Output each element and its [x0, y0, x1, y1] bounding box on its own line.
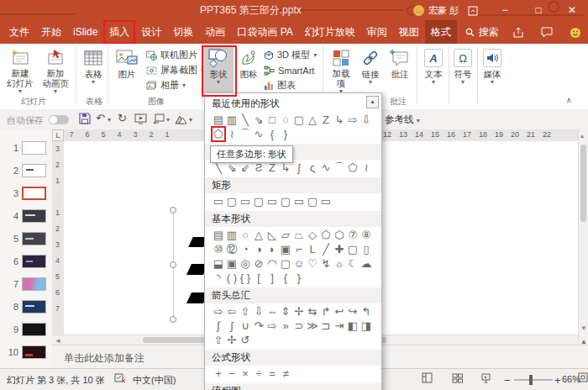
tab-stop-selector[interactable]: L [52, 129, 64, 141]
shape-cell[interactable]: ⑩ [212, 242, 225, 256]
slide-thumbnail[interactable] [22, 323, 46, 336]
shape-cell[interactable]: ◝ [212, 271, 225, 285]
shape-cell[interactable]: ◔ [239, 242, 252, 256]
slideshow-view-icon[interactable] [480, 372, 491, 383]
collapse-ribbon-icon[interactable]: ∧ [566, 96, 572, 104]
shape-cell[interactable]: ✢ [292, 304, 306, 319]
normal-view-icon[interactable] [422, 372, 433, 383]
shape-cell[interactable]: ⌒ [333, 161, 346, 175]
tab-transitions[interactable]: 切换 [167, 20, 199, 44]
tab-file[interactable]: 文件 [3, 20, 35, 44]
shape-cell[interactable]: ◎ [239, 256, 252, 271]
shape-cell[interactable]: ⬡ [333, 228, 346, 242]
slide-thumbnail[interactable] [22, 345, 46, 359]
shape-cell[interactable]: ⬠ [346, 161, 360, 175]
comment-button[interactable]: 批注 [385, 47, 415, 94]
shape-cell[interactable]: ◠ [265, 256, 279, 271]
shape-cell[interactable]: Z [319, 113, 333, 127]
shape-cell[interactable]: ( ) [225, 271, 239, 285]
shape-cell[interactable]: ▥ [225, 228, 239, 242]
comments-icon[interactable] [536, 20, 558, 44]
reuse-slides-icon[interactable] [153, 113, 165, 124]
shape-cell[interactable]: ≀ [225, 127, 239, 141]
3d-model-button[interactable]: 3D 模型 ▾ [264, 48, 317, 62]
minimize-button[interactable]: − [492, 0, 517, 20]
scroll-down-icon[interactable]: ▼ [580, 324, 587, 332]
shape-cell[interactable]: ↳ [333, 113, 346, 127]
shape-cell[interactable]: ⇨ [346, 113, 360, 127]
guides-button[interactable]: 参考线 ▾ [385, 113, 420, 126]
shape-cell[interactable]: ╲ [239, 113, 252, 127]
selection-handle[interactable] [170, 207, 176, 213]
shape-cell[interactable]: ▭ [239, 194, 252, 208]
slide-thumbnail-row[interactable]: 4 [0, 208, 52, 224]
shape-cell[interactable]: ⇘ [252, 113, 265, 127]
shape-cell[interactable]: L [306, 242, 319, 256]
shape-cell[interactable]: ⌒ [239, 127, 252, 141]
slide-thumbnail-row[interactable]: 5 [0, 230, 52, 247]
shape-cell[interactable]: ∪ [239, 319, 252, 333]
chart-button[interactable]: 图表 [264, 78, 296, 92]
shape-cell[interactable]: ⇆ [306, 304, 319, 319]
shape-cell[interactable]: × [239, 366, 252, 381]
selection-handle[interactable] [170, 316, 176, 323]
shape-cell[interactable]: ↱ [319, 304, 333, 319]
slide-thumbnail-row[interactable]: 8 [0, 298, 52, 315]
picture-button[interactable]: 图片 [111, 47, 143, 94]
tab-animations[interactable]: 动画 [199, 20, 231, 44]
slide-thumbnail-row[interactable]: 7 [0, 276, 52, 292]
shape-cell[interactable]: ◇ [306, 228, 319, 242]
shape-cell[interactable]: ⌐ [292, 242, 306, 256]
shape-cell[interactable]: ↪ [346, 304, 360, 319]
scrollbar-thumb[interactable] [580, 145, 586, 222]
slide-sorter-view-icon[interactable] [452, 372, 463, 383]
shape-cell[interactable]: ≠ [279, 366, 292, 381]
shape-cell[interactable]: ▢ [279, 256, 292, 271]
shape-cell[interactable]: ↯ [319, 256, 333, 271]
new-animation-page-button[interactable]: 新加 动画页 ▾ [39, 47, 72, 94]
shape-cell[interactable]: ≀ [360, 161, 373, 175]
user-name[interactable]: 宏豪 彭 [428, 4, 459, 17]
shape-cell[interactable]: ▱ [279, 228, 292, 242]
shape-cell[interactable]: ⇩ [252, 304, 265, 319]
shape-cell[interactable]: − [225, 366, 239, 381]
tab-islide[interactable]: iSlide [67, 20, 103, 44]
shape-cell-freeform-highlighted[interactable]: ⬠ [212, 127, 225, 141]
slide-thumbnail-row[interactable]: 6 [0, 253, 52, 270]
shape-cell[interactable]: ʃ [292, 161, 306, 175]
shape-cell[interactable]: ⇩ [360, 113, 373, 127]
search-box[interactable]: 搜索 [465, 20, 499, 44]
scroll-up-icon[interactable]: ▴ [580, 132, 584, 140]
shape-cell[interactable]: ↺ [239, 333, 252, 347]
table-button[interactable]: 表格 ▾ [79, 47, 108, 94]
shape-cell[interactable]: ◺ [265, 228, 279, 242]
slide-thumbnail-row[interactable]: 10 [0, 344, 52, 361]
shape-cell[interactable]: ▢ [225, 194, 239, 208]
merge-shapes-icon[interactable] [175, 113, 187, 124]
shape-cell[interactable]: ╱ [319, 242, 333, 256]
shape-cell[interactable]: ☺ [292, 256, 306, 271]
language-indicator[interactable]: 中文(中国) [133, 374, 176, 387]
start-slideshow-icon[interactable] [134, 113, 147, 124]
shape-cell[interactable]: ▢ [279, 194, 292, 208]
shape-cell[interactable]: ⑦ [346, 228, 360, 242]
shape-cell[interactable]: ☁ [360, 256, 373, 271]
slide-thumbnail-row[interactable]: 9 [0, 321, 52, 338]
shape-cell[interactable]: ⏢ [292, 228, 306, 242]
shape-cell[interactable]: ○ [239, 228, 252, 242]
shape-cell[interactable]: ↰ [360, 304, 373, 319]
vertical-scrollbar[interactable]: ▴ ▼ ▲ ▼ [578, 129, 588, 368]
link-button[interactable]: 链接 ▾ [358, 47, 383, 94]
shape-cell[interactable]: △ [252, 228, 265, 242]
slide-thumbnail[interactable] [22, 277, 46, 291]
shape-cell[interactable]: ♡ [306, 256, 319, 271]
shape-cell[interactable]: } [279, 127, 292, 141]
spell-check-icon[interactable] [114, 372, 125, 383]
shape-cell[interactable]: } [292, 271, 306, 285]
shape-cell[interactable]: ⇦ [225, 304, 239, 319]
chevron-down-icon[interactable]: ▾ [166, 117, 170, 123]
shape-cell[interactable]: ⑫ [225, 242, 239, 256]
shape-cell[interactable]: ▭ [265, 194, 279, 208]
shape-cell[interactable]: ⇥ [333, 319, 346, 333]
tab-view[interactable]: 视图 [393, 20, 425, 44]
